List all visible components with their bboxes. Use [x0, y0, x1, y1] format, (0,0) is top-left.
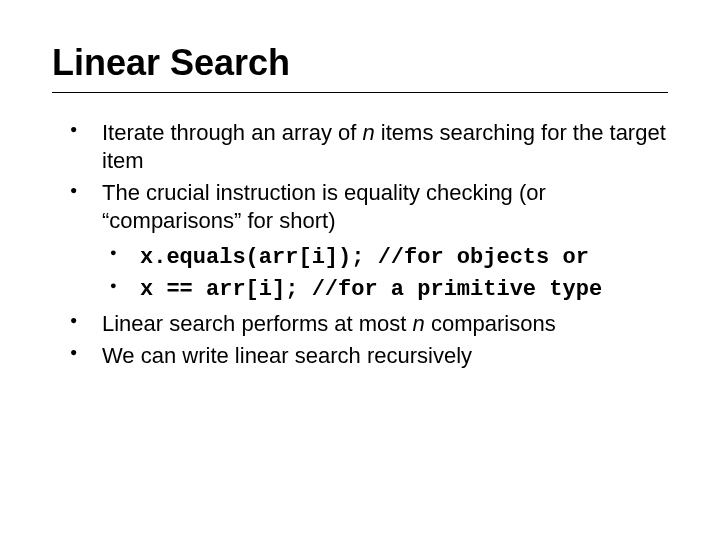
italic-n: n: [363, 120, 375, 145]
bullet-text: Iterate through an array of: [102, 120, 363, 145]
bullet-text: comparisons: [425, 311, 556, 336]
bullet-list: Iterate through an array of n items sear…: [70, 119, 668, 370]
bullet-item: Linear search performs at most n compari…: [70, 310, 668, 338]
bullet-text: Linear search performs at most: [102, 311, 413, 336]
bullet-text: We can write linear search recursively: [102, 343, 472, 368]
code-snippet: x == arr[i];: [140, 277, 298, 302]
sub-bullet-item: x == arr[i]; //for a primitive type: [110, 274, 668, 304]
bullet-item: The crucial instruction is equality chec…: [70, 179, 668, 304]
code-snippet: x.equals(arr[i]);: [140, 245, 364, 270]
slide-content: Iterate through an array of n items sear…: [52, 119, 668, 370]
sub-bullet-item: x.equals(arr[i]); //for objects or: [110, 242, 668, 272]
code-comment: //for a primitive type: [298, 277, 602, 302]
code-comment: //for objects or: [364, 245, 588, 270]
italic-n: n: [413, 311, 425, 336]
bullet-item: We can write linear search recursively: [70, 342, 668, 370]
bullet-item: Iterate through an array of n items sear…: [70, 119, 668, 175]
sub-bullet-list: x.equals(arr[i]); //for objects or x == …: [102, 242, 668, 304]
slide-title: Linear Search: [52, 42, 668, 93]
bullet-text: The crucial instruction is equality chec…: [102, 180, 546, 233]
